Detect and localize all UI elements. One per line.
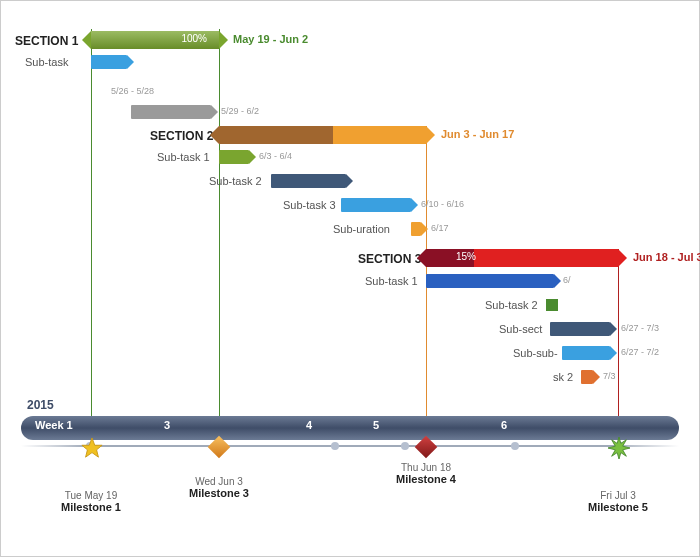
s2-task3-label: Sub-task 3 xyxy=(283,199,336,211)
s1-task3-bar xyxy=(131,105,211,119)
s3-task3-dates: 6/27 - 7/3 xyxy=(621,323,659,333)
svg-marker-0 xyxy=(82,438,102,457)
milestone-name: Milestone 1 xyxy=(61,501,121,513)
guideline-start xyxy=(91,29,92,437)
week-tick: 6 xyxy=(501,419,507,431)
section3-title: SECTION 3 xyxy=(358,252,421,266)
s2-task3-dates: 6/10 - 6/16 xyxy=(421,199,464,209)
s2-task4-bar xyxy=(411,222,421,236)
milestone4-marker xyxy=(416,437,436,457)
week-tick: 4 xyxy=(306,419,312,431)
s2-task4-label: Sub-uration xyxy=(333,223,390,235)
svg-marker-1 xyxy=(608,437,630,459)
s3-task3-bar xyxy=(550,322,610,336)
section3-dates: Jun 18 - Jul 3 xyxy=(633,251,700,263)
milestone-date: Fri Jul 3 xyxy=(588,490,648,501)
milestone-date: Thu Jun 18 xyxy=(396,462,456,473)
s2-task1-bar xyxy=(219,150,249,164)
s2-task2-label: Sub-task 2 xyxy=(209,175,262,187)
s2-task4-dates: 6/17 xyxy=(431,223,449,233)
milestone3-label: Wed Jun 3 Milestone 3 xyxy=(189,476,249,499)
section3-percent: 15% xyxy=(456,251,476,262)
milestone-date: Wed Jun 3 xyxy=(189,476,249,487)
s2-task1-dates: 6/3 - 6/4 xyxy=(259,151,292,161)
timeline-axis: Week 1 3 4 5 6 xyxy=(21,416,679,440)
year-label: 2015 xyxy=(27,398,54,412)
section1-bar: 100% xyxy=(91,31,219,49)
s3-task3-label: Sub-sect xyxy=(499,323,542,335)
week-tick: Week 1 xyxy=(35,419,73,431)
s1-task1-label: Sub-task xyxy=(25,56,68,68)
gantt-chart: SECTION 1 100% May 19 - Jun 2 Sub-task 5… xyxy=(0,0,700,557)
s3-task1-bar xyxy=(426,274,554,288)
s1-task1-bar xyxy=(91,55,127,69)
s3-task5-label: sk 2 xyxy=(553,371,573,383)
milestone5-label: Fri Jul 3 Milestone 5 xyxy=(588,490,648,513)
section2-title: SECTION 2 xyxy=(150,129,213,143)
s3-task2-bar xyxy=(546,299,558,311)
section3-bar: 15% xyxy=(426,249,618,267)
s3-task5-bar xyxy=(581,370,593,384)
s1-task2-dates: 5/26 - 5/28 xyxy=(111,86,154,96)
week-tick: 3 xyxy=(164,419,170,431)
s3-task2-label: Sub-task 2 xyxy=(485,299,538,311)
milestone-name: Milestone 3 xyxy=(189,487,249,499)
star-icon xyxy=(81,437,103,459)
s2-task1-label: Sub-task 1 xyxy=(157,151,210,163)
section1-title: SECTION 1 xyxy=(15,34,78,48)
s3-task1-dates: 6/ xyxy=(563,275,571,285)
s3-task1-label: Sub-task 1 xyxy=(365,275,418,287)
milestone1-marker xyxy=(81,437,101,457)
section1-dates: May 19 - Jun 2 xyxy=(233,33,308,45)
s2-task2-bar xyxy=(271,174,346,188)
timeline-subaxis xyxy=(21,445,679,447)
section2-bar xyxy=(219,126,426,144)
milestone4-label: Thu Jun 18 Milestone 4 xyxy=(396,462,456,485)
milestone-name: Milestone 5 xyxy=(588,501,648,513)
week-tick: 5 xyxy=(373,419,379,431)
milestone-date: Tue May 19 xyxy=(61,490,121,501)
milestone5-marker xyxy=(608,437,628,457)
s3-task4-label: Sub-sub- xyxy=(513,347,558,359)
diamond-icon xyxy=(208,436,231,459)
s3-task4-dates: 6/27 - 7/2 xyxy=(621,347,659,357)
guideline-jun2 xyxy=(219,29,220,437)
s1-task3-dates: 5/29 - 6/2 xyxy=(221,106,259,116)
diamond-icon xyxy=(415,436,438,459)
milestone-name: Milestone 4 xyxy=(396,473,456,485)
guideline-jul3 xyxy=(618,249,619,437)
section1-percent: 100% xyxy=(181,33,207,44)
burst-icon xyxy=(608,437,630,459)
section2-dates: Jun 3 - Jun 17 xyxy=(441,128,514,140)
s2-task3-bar xyxy=(341,198,411,212)
milestone1-label: Tue May 19 Milestone 1 xyxy=(61,490,121,513)
milestone3-marker xyxy=(209,437,229,457)
s3-task4-bar xyxy=(562,346,610,360)
s3-task5-dates: 7/3 xyxy=(603,371,616,381)
